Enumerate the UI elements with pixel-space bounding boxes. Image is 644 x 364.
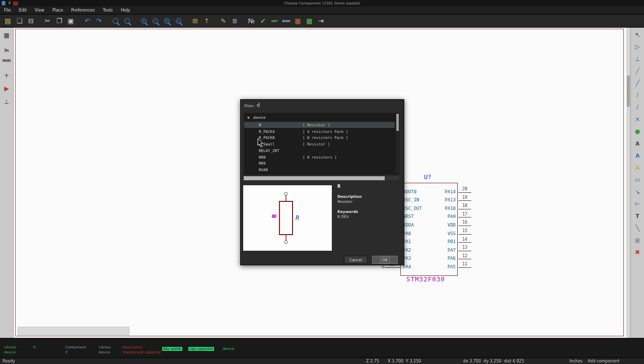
component-body[interactable] (400, 183, 458, 276)
menu-view[interactable]: View (31, 7, 48, 14)
status-mode: Add component (588, 359, 619, 363)
new-schematic-button[interactable]: ▤ (3, 16, 13, 27)
import-sheet-pin-button[interactable]: ↘ (632, 187, 642, 197)
component-info-panel: R Description Resistor Keywords R DEV (334, 183, 401, 251)
pin-number-19: 19 (458, 195, 471, 200)
list-vscrollbar-thumb[interactable] (396, 114, 399, 131)
place-hierarchical-label-button[interactable]: A (632, 163, 642, 173)
leave-sheet-button[interactable]: ↑ (201, 16, 212, 27)
library-editor-button[interactable]: ✎ (218, 16, 229, 27)
no-connect-flag-button[interactable]: × (632, 114, 642, 124)
open-schematic-button[interactable]: ❏ (14, 16, 25, 27)
tree-item-r_pack4[interactable]: R_PACK4[ 4 resistors Pack ] (244, 128, 395, 134)
place-sheet-pin-button[interactable]: ⊢ (632, 199, 642, 209)
pcbnew-button[interactable]: ▩ (304, 16, 315, 27)
component-reference[interactable]: U? (424, 174, 431, 181)
delete-item-button[interactable]: ✖ (632, 247, 642, 257)
tree-item-r_small[interactable]: R_Small[ Resistor ] (244, 141, 395, 148)
menu-place[interactable]: Place (48, 7, 67, 14)
collapse-arrow-icon[interactable]: ▼ (247, 116, 250, 119)
find-replace-icon: · (124, 18, 130, 24)
toggle-grid-button[interactable]: ▦ (2, 31, 12, 40)
component-list[interactable]: ▼device R[ Resistor ]R_PACK4[ 4 resistor… (244, 113, 399, 175)
wire-to-bus-entry-button[interactable]: ∕ (632, 90, 642, 100)
item-name: RR8 (259, 155, 266, 160)
tree-item-partial[interactable]: RTRIM[ Trimmer resistor ] (244, 173, 395, 175)
print-button[interactable]: ⊟ (26, 16, 36, 27)
menu-tools[interactable]: Tools (99, 7, 117, 14)
cvpcb-button[interactable]: ▦ (293, 16, 303, 27)
bom-button[interactable]: BOM (281, 16, 292, 27)
menu-help[interactable]: Help (117, 7, 134, 14)
tree-item-relay_2rt[interactable]: RELAY_2RT (244, 147, 395, 154)
info-keywords: R DEV (337, 214, 349, 219)
preview-reference-text: R (296, 214, 299, 222)
place-image-button[interactable]: ▣ (632, 235, 642, 245)
info-title: R (337, 184, 340, 189)
item-description: [ 8 resistors Pack ] (303, 135, 348, 140)
filter-value: r (257, 103, 258, 108)
hv-orientation-button[interactable]: ⊥ (2, 97, 12, 106)
pin-20-line (458, 192, 471, 193)
netlist-icon: NET (271, 20, 278, 23)
tree-item-r[interactable]: R[ Resistor ] (244, 122, 395, 128)
copy-button[interactable]: ❐ (54, 16, 64, 27)
top-toolbar: ▤❏⊟✂❐▣↶↷·+−↻▭⊞↑✎≣№✔NETBOM▦▩⇥ (0, 15, 644, 28)
undo-button[interactable]: ↶ (82, 16, 93, 27)
show-hidden-pins-button[interactable]: ▶ (2, 84, 12, 93)
filter-input[interactable]: r (257, 102, 357, 109)
canvas-vscrollbar-thumb[interactable] (627, 76, 630, 107)
list-hscrollbar[interactable] (244, 176, 399, 180)
zoom-fit-button[interactable]: ▭ (173, 16, 184, 27)
find-replace-button[interactable]: · (122, 16, 132, 27)
netlist-button[interactable]: NET (269, 16, 280, 27)
cursor-shape-button[interactable]: + (2, 71, 12, 80)
zoom-out-button[interactable]: − (150, 16, 161, 27)
cut-button[interactable]: ✂ (42, 16, 53, 27)
import-footprints-button[interactable]: ⇥ (316, 16, 326, 27)
pin-16-line (458, 226, 471, 226)
menu-file[interactable]: File (0, 7, 15, 14)
navigate-hierarchy-button[interactable]: ⊞ (190, 16, 200, 27)
ok-button[interactable]: OK (372, 256, 398, 264)
bus-to-bus-entry-button[interactable]: ∕ (632, 102, 642, 112)
pin-number-14: 14 (458, 237, 471, 242)
list-vscrollbar[interactable] (396, 114, 399, 173)
find-button[interactable] (110, 16, 121, 27)
place-sheet-button[interactable]: ▭ (632, 175, 642, 185)
units-mm-button[interactable]: mm (2, 56, 12, 65)
info-description-label: Description (337, 194, 362, 199)
redo-button[interactable]: ↷ (94, 16, 104, 27)
place-graphic-line-button[interactable]: ╲ (632, 223, 642, 233)
tree-item-rvar[interactable]: RVAR (244, 166, 395, 173)
pin-number-17: 17 (458, 212, 471, 216)
tree-item-r_pack8[interactable]: R_PACK8[ 8 resistors Pack ] (244, 134, 395, 141)
menu-preferences[interactable]: Preferences (67, 7, 99, 14)
tree-item-rr8[interactable]: RR8[ 8 resistors ] (244, 154, 395, 160)
place-power-port-button[interactable]: ⊥ (632, 54, 642, 64)
place-text-button[interactable]: T (632, 211, 642, 221)
place-global-label-button[interactable]: A (632, 151, 642, 161)
junction-button[interactable]: ● (632, 126, 642, 136)
cancel-tool-button[interactable]: ↖ (632, 30, 642, 40)
cancel-button[interactable]: Cancel (344, 256, 368, 264)
units-inch-button[interactable]: In (2, 46, 12, 55)
zoom-redraw-button[interactable]: ↻ (162, 16, 172, 27)
place-label-button[interactable]: A (632, 138, 642, 149)
list-hscrollbar-thumb[interactable] (244, 176, 385, 180)
component-value[interactable]: STM32F030 (406, 275, 445, 283)
tree-item-rr9[interactable]: RR9 (244, 160, 395, 167)
erc-button[interactable]: ✔ (258, 16, 268, 27)
zoom-in-button[interactable]: + (138, 16, 149, 27)
annotate-button[interactable]: № (246, 16, 257, 27)
pin-name-vdd: VDD (424, 223, 456, 228)
paste-button[interactable]: ▣ (65, 16, 76, 27)
place-wire-button[interactable]: ╱ (632, 66, 642, 76)
place-bus-button[interactable]: ╱ (632, 78, 642, 88)
menu-edit[interactable]: Edit (15, 7, 31, 14)
canvas-vscrollbar[interactable] (626, 28, 630, 338)
library-browser-button[interactable]: ≣ (230, 16, 240, 27)
place-component-button[interactable]: ▷ (632, 42, 642, 52)
tree-group-label: device (253, 115, 266, 120)
tree-group-device[interactable]: ▼device (247, 115, 265, 120)
